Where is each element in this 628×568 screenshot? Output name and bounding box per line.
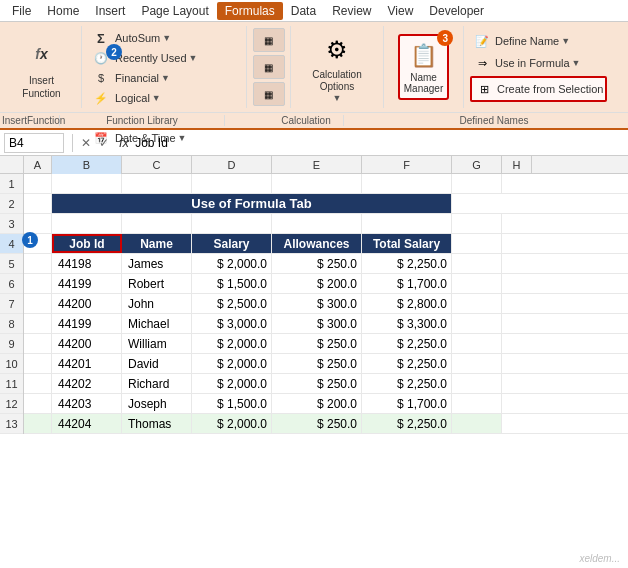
- recently-used-button[interactable]: 🕐 Recently Used ▼ 2: [88, 48, 240, 68]
- cell-total[interactable]: $ 2,800.0: [362, 294, 452, 313]
- row-num-13[interactable]: 13: [0, 414, 23, 434]
- calculation-options-button[interactable]: ⚙ Calculation Options ▼: [299, 29, 375, 105]
- cell-total[interactable]: $ 3,300.0: [362, 314, 452, 333]
- menu-data[interactable]: Data: [283, 2, 324, 20]
- cell-e1[interactable]: [272, 174, 362, 193]
- insert-function-button[interactable]: fx Insert Function: [10, 30, 73, 104]
- cell-d4-salary[interactable]: Salary: [192, 234, 272, 253]
- cell-b3[interactable]: [52, 214, 122, 233]
- cell-allowances[interactable]: $ 300.0: [272, 314, 362, 333]
- cell-allowances[interactable]: $ 250.0: [272, 334, 362, 353]
- cell-allowances[interactable]: $ 200.0: [272, 274, 362, 293]
- cell-total[interactable]: $ 2,250.0: [362, 254, 452, 273]
- cell-jobid[interactable]: 44200: [52, 294, 122, 313]
- cell-allowances[interactable]: $ 200.0: [272, 394, 362, 413]
- col-header-d[interactable]: D: [192, 156, 272, 174]
- menu-home[interactable]: Home: [39, 2, 87, 20]
- cell-g1[interactable]: [452, 174, 502, 193]
- cell-salary[interactable]: $ 1,500.0: [192, 394, 272, 413]
- cell-total[interactable]: $ 2,250.0: [362, 354, 452, 373]
- cell-jobid[interactable]: 44203: [52, 394, 122, 413]
- cell-jobid[interactable]: 44199: [52, 314, 122, 333]
- col-header-f[interactable]: F: [362, 156, 452, 174]
- cell-a[interactable]: [24, 274, 52, 293]
- cell-b2-title[interactable]: Use of Formula Tab: [52, 194, 452, 213]
- col-header-h[interactable]: H: [502, 156, 532, 174]
- cell-allowances[interactable]: $ 250.0: [272, 374, 362, 393]
- cell-jobid[interactable]: 44198: [52, 254, 122, 273]
- menu-review[interactable]: Review: [324, 2, 379, 20]
- cell-a[interactable]: [24, 314, 52, 333]
- more-icon-1[interactable]: ▦: [253, 28, 285, 52]
- cell-jobid[interactable]: 44199: [52, 274, 122, 293]
- define-name-button[interactable]: 📝 Define Name ▼: [470, 30, 607, 52]
- cancel-icon[interactable]: ✕: [77, 134, 95, 152]
- more-icon-3[interactable]: ▦: [253, 82, 285, 106]
- cell-g[interactable]: [452, 334, 502, 353]
- cell-name[interactable]: David: [122, 354, 192, 373]
- menu-formulas[interactable]: Formulas: [217, 2, 283, 20]
- col-header-c[interactable]: C: [122, 156, 192, 174]
- use-in-formula-button[interactable]: ⇒ Use in Formula ▼: [470, 52, 607, 74]
- cell-d3[interactable]: [192, 214, 272, 233]
- cell-g[interactable]: [452, 294, 502, 313]
- cell-f3[interactable]: [362, 214, 452, 233]
- cell-g[interactable]: [452, 374, 502, 393]
- cell-b1[interactable]: [52, 174, 122, 193]
- cell-g[interactable]: [452, 394, 502, 413]
- cell-g4[interactable]: [452, 234, 502, 253]
- cell-g[interactable]: [452, 254, 502, 273]
- cell-total[interactable]: $ 1,700.0: [362, 394, 452, 413]
- cell-a[interactable]: [24, 334, 52, 353]
- cell-g[interactable]: [452, 354, 502, 373]
- cell-name[interactable]: John: [122, 294, 192, 313]
- cell-a4[interactable]: 1: [24, 234, 52, 253]
- cell-a2[interactable]: [24, 194, 52, 213]
- cell-salary[interactable]: $ 2,000.0: [192, 354, 272, 373]
- row-num-10[interactable]: 10: [0, 354, 23, 374]
- cell-salary[interactable]: $ 3,000.0: [192, 314, 272, 333]
- col-header-e[interactable]: E: [272, 156, 362, 174]
- cell-jobid[interactable]: 44200: [52, 334, 122, 353]
- cell-a1[interactable]: [24, 174, 52, 193]
- cell-name[interactable]: Richard: [122, 374, 192, 393]
- cell-name[interactable]: Thomas: [122, 414, 192, 433]
- menu-view[interactable]: View: [380, 2, 422, 20]
- cell-a3[interactable]: [24, 214, 52, 233]
- cell-c4-name[interactable]: Name: [122, 234, 192, 253]
- row-num-11[interactable]: 11: [0, 374, 23, 394]
- cell-jobid[interactable]: 44202: [52, 374, 122, 393]
- cell-allowances[interactable]: $ 250.0: [272, 414, 362, 433]
- cell-g[interactable]: [452, 314, 502, 333]
- cell-e4-allowances[interactable]: Allowances: [272, 234, 362, 253]
- row-num-3[interactable]: 3: [0, 214, 23, 234]
- cell-salary[interactable]: $ 2,000.0: [192, 374, 272, 393]
- cell-allowances[interactable]: $ 300.0: [272, 294, 362, 313]
- cell-allowances[interactable]: $ 250.0: [272, 354, 362, 373]
- row-num-8[interactable]: 8: [0, 314, 23, 334]
- cell-name[interactable]: William: [122, 334, 192, 353]
- menu-insert[interactable]: Insert: [87, 2, 133, 20]
- cell-e3[interactable]: [272, 214, 362, 233]
- cell-total[interactable]: $ 2,250.0: [362, 374, 452, 393]
- row-num-4[interactable]: 4: [0, 234, 23, 254]
- cell-f4-total[interactable]: Total Salary: [362, 234, 452, 253]
- row-num-5[interactable]: 5: [0, 254, 23, 274]
- cell-allowances[interactable]: $ 250.0: [272, 254, 362, 273]
- cell-name[interactable]: Michael: [122, 314, 192, 333]
- cell-g[interactable]: [452, 274, 502, 293]
- cell-name[interactable]: James: [122, 254, 192, 273]
- cell-f1[interactable]: [362, 174, 452, 193]
- cell-salary[interactable]: $ 1,500.0: [192, 274, 272, 293]
- cell-name[interactable]: Robert: [122, 274, 192, 293]
- financial-button[interactable]: $ Financial ▼: [88, 68, 240, 88]
- row-num-2[interactable]: 2: [0, 194, 23, 214]
- row-num-7[interactable]: 7: [0, 294, 23, 314]
- cell-b4-jobid[interactable]: Job Id: [52, 234, 122, 253]
- logical-button[interactable]: ⚡ Logical ▼: [88, 88, 240, 108]
- cell-total[interactable]: $ 1,700.0: [362, 274, 452, 293]
- menu-page-layout[interactable]: Page Layout: [133, 2, 216, 20]
- cell-a[interactable]: [24, 254, 52, 273]
- cell-reference-box[interactable]: B4: [4, 133, 64, 153]
- col-header-b[interactable]: B: [52, 156, 122, 174]
